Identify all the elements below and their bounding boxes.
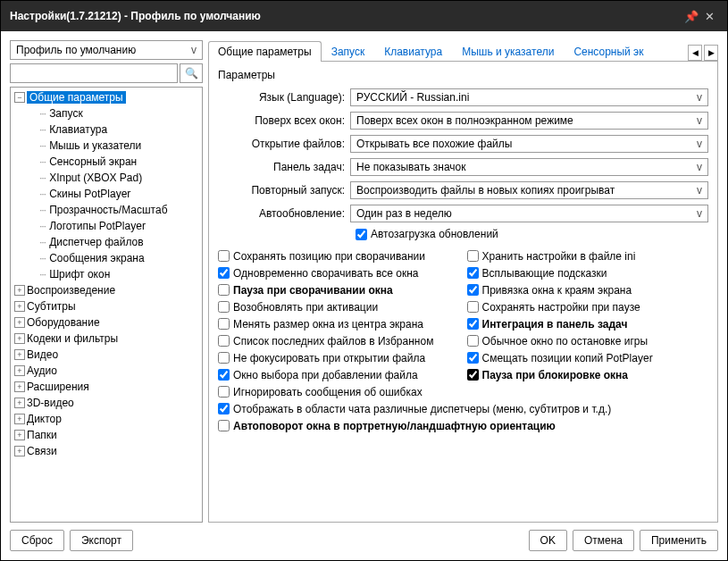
- checkbox[interactable]: [218, 369, 230, 381]
- tree-item[interactable]: +Кодеки и фильтры: [11, 331, 202, 347]
- dropdown-value: Воспроизводить файлы в новых копиях прои…: [356, 184, 615, 197]
- tree-connector: [39, 141, 46, 151]
- checkbox[interactable]: [467, 267, 479, 279]
- checkbox[interactable]: [218, 250, 230, 262]
- tab[interactable]: Клавиатура: [374, 41, 452, 62]
- tree-item-label: XInput (XBOX Pad): [49, 172, 142, 184]
- tab[interactable]: Запуск: [322, 41, 375, 62]
- tree-item-label: Связи: [27, 445, 57, 457]
- dropdown[interactable]: РУССКИЙ - Russian.iniv: [350, 88, 708, 106]
- checkbox[interactable]: [467, 284, 479, 296]
- reset-button[interactable]: Сброс: [10, 530, 64, 551]
- tree-item[interactable]: Сенсорный экран: [11, 154, 202, 170]
- form-label: Автообновление:: [218, 207, 350, 220]
- profile-select[interactable]: Профиль по умолчанию v: [10, 40, 203, 60]
- tree-item-label: Папки: [27, 429, 57, 441]
- tree-item[interactable]: +Папки: [11, 427, 202, 443]
- tree-connector: [39, 157, 46, 167]
- expand-icon[interactable]: +: [14, 349, 25, 360]
- tree-item[interactable]: −Общие параметры: [11, 89, 202, 105]
- expand-icon[interactable]: +: [14, 398, 25, 408]
- tree-item[interactable]: Диспетчер файлов: [11, 234, 202, 250]
- expand-icon[interactable]: +: [14, 333, 25, 344]
- tab-scroll-right[interactable]: ▶: [704, 45, 718, 61]
- tree-item[interactable]: +Аудио: [11, 363, 202, 379]
- tree-item[interactable]: Запуск: [11, 105, 202, 121]
- checkbox[interactable]: [218, 420, 230, 431]
- tree-item[interactable]: Шрифт окон: [11, 266, 202, 282]
- expand-icon[interactable]: +: [14, 365, 25, 376]
- checkbox-label: Интеграция в панель задач: [482, 318, 628, 331]
- tree-item[interactable]: +Воспроизведение: [11, 282, 202, 298]
- checkbox[interactable]: [467, 352, 479, 364]
- checkbox[interactable]: [467, 335, 479, 347]
- profile-select-value: Профиль по умолчанию: [16, 44, 136, 56]
- apply-button[interactable]: Применить: [640, 530, 718, 551]
- checkbox[interactable]: [467, 369, 479, 381]
- tree-item[interactable]: Прозрачность/Масштаб: [11, 202, 202, 218]
- checkbox-row: Список последних файлов в Избранном: [218, 332, 460, 349]
- search-button[interactable]: 🔍: [180, 63, 203, 83]
- tree-item[interactable]: Скины PotPlayer: [11, 186, 202, 202]
- checkbox[interactable]: [218, 284, 230, 296]
- checkbox[interactable]: [218, 352, 230, 364]
- tree-item[interactable]: XInput (XBOX Pad): [11, 170, 202, 186]
- tree-connector: [39, 270, 46, 280]
- tree-item[interactable]: +Диктор: [11, 411, 202, 427]
- tree-item[interactable]: +3D-видео: [11, 395, 202, 411]
- cancel-button[interactable]: Отмена: [573, 530, 634, 551]
- expand-icon[interactable]: +: [14, 446, 25, 456]
- checkbox[interactable]: [218, 335, 230, 347]
- export-button[interactable]: Экспорт: [70, 530, 133, 551]
- checkbox-row: Игнорировать сообщения об ошибках: [218, 383, 460, 400]
- tree-item[interactable]: +Связи: [11, 443, 202, 459]
- tab-scroll-left[interactable]: ◀: [688, 45, 702, 61]
- tab[interactable]: Мышь и указатели: [452, 41, 564, 62]
- checkbox[interactable]: [218, 386, 230, 398]
- checkbox[interactable]: [218, 403, 230, 414]
- checkbox[interactable]: [218, 301, 230, 313]
- expand-icon[interactable]: +: [14, 430, 25, 440]
- tree-item-label: Общие параметры: [27, 91, 126, 104]
- pin-icon[interactable]: 📌: [682, 10, 700, 23]
- checkbox[interactable]: [467, 318, 479, 330]
- chevron-down-icon: v: [191, 44, 197, 56]
- checkbox[interactable]: [218, 318, 230, 330]
- tree-item[interactable]: +Оборудование: [11, 314, 202, 331]
- tree-item[interactable]: Логотипы PotPlayer: [11, 218, 202, 234]
- checkbox[interactable]: [467, 250, 479, 262]
- expand-icon[interactable]: +: [14, 414, 25, 424]
- dropdown[interactable]: Один раз в неделюv: [350, 205, 708, 222]
- tree-item[interactable]: +Видео: [11, 347, 202, 363]
- settings-tree[interactable]: −Общие параметрыЗапускКлавиатураМышь и у…: [10, 87, 203, 523]
- dropdown[interactable]: Поверх всех окон в полноэкранном режимеv: [350, 112, 708, 130]
- checkbox[interactable]: [218, 267, 230, 279]
- checkbox-row: Хранить настройки в файле ini: [467, 247, 709, 264]
- tree-item[interactable]: Сообщения экрана: [11, 250, 202, 266]
- tab[interactable]: Сенсорный эк: [564, 41, 653, 62]
- tree-item-label: Кодеки и фильтры: [27, 332, 118, 345]
- expand-icon[interactable]: −: [14, 92, 25, 103]
- checkbox-label: Всплывающие подсказки: [482, 267, 607, 280]
- dropdown[interactable]: Не показывать значокv: [350, 158, 708, 176]
- autoload-checkbox[interactable]: [356, 229, 367, 240]
- tree-item-label: Прозрачность/Масштаб: [49, 204, 167, 216]
- expand-icon[interactable]: +: [14, 301, 25, 312]
- tree-item[interactable]: +Расширения: [11, 379, 202, 395]
- checkbox-label: Смещать позиции копий PotPlayer: [482, 352, 653, 364]
- tree-item[interactable]: Мышь и указатели: [11, 138, 202, 154]
- close-icon[interactable]: ✕: [700, 10, 718, 23]
- tree-item-label: Сообщения экрана: [49, 252, 144, 264]
- checkbox-row: Смещать позиции копий PotPlayer: [467, 349, 709, 366]
- search-input[interactable]: [10, 63, 178, 83]
- checkbox[interactable]: [467, 301, 479, 313]
- dropdown[interactable]: Воспроизводить файлы в новых копиях прои…: [350, 181, 708, 199]
- tree-item[interactable]: Клавиатура: [11, 121, 202, 138]
- dropdown[interactable]: Открывать все похожие файлыv: [350, 135, 708, 153]
- tree-item[interactable]: +Субтитры: [11, 298, 202, 314]
- ok-button[interactable]: OK: [529, 530, 567, 551]
- expand-icon[interactable]: +: [14, 285, 25, 296]
- expand-icon[interactable]: +: [14, 381, 25, 392]
- tab[interactable]: Общие параметры: [208, 41, 322, 62]
- expand-icon[interactable]: +: [14, 317, 25, 328]
